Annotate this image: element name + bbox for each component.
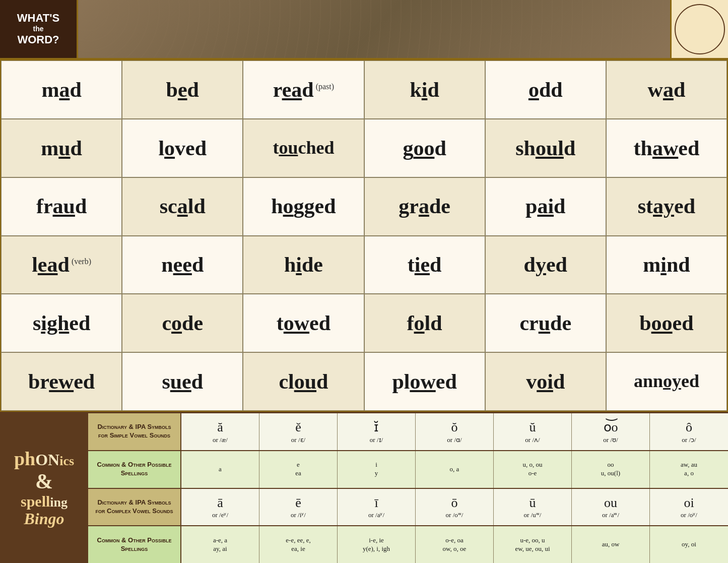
word-text: sued [162, 370, 203, 393]
word-text: scald [160, 195, 206, 218]
word-cell: hide [243, 236, 364, 294]
spelling-value: u-e, oo, u ew, ue, ou, ui [515, 536, 550, 553]
phonics-cell: ō or /oʷ/ [416, 489, 494, 526]
word-suffix: (past) [316, 82, 334, 91]
word-cell: odd [485, 60, 606, 119]
word-text: booed [639, 311, 693, 335]
word-text: wad [648, 78, 686, 101]
phonics-cell: i y [338, 451, 416, 488]
word-cell: sued [122, 352, 243, 411]
phonics-cell: ē or /iʸ/ [259, 489, 338, 526]
word-cell: grade [364, 177, 485, 236]
word-text: mind [643, 253, 690, 276]
word-text: mad [41, 78, 81, 101]
word-text: dyed [524, 253, 567, 276]
word-cell: hogged [243, 177, 364, 236]
word-text: void [526, 370, 565, 393]
spelling-value: u, o, ou o-e [523, 461, 543, 478]
word-cell: should [485, 119, 606, 177]
ph-text: ph [14, 448, 35, 469]
phonics-cells: a-e, a ay, aie-e, ee, e, ea, iei-e, ie y… [181, 526, 728, 563]
ipa-value: or /æ/ [213, 436, 228, 445]
word-cell: brewed [1, 352, 122, 411]
logo-word: WORD? [17, 33, 59, 46]
word-text: bed [166, 78, 199, 101]
phonics-section: phONics & spelling Bingo Dictionary & IP… [0, 412, 728, 563]
word-text: loved [158, 137, 207, 160]
phonics-cell: o, a [416, 451, 494, 488]
word-text: hide [284, 253, 323, 276]
phonics-tables: Dictionary & IPA Symbols for Simple Vowe… [88, 413, 728, 563]
phonics-cells: ă or /æ/ ě or /ɛ/ ɪ̆ or /ɪ/ ŏ or /ɑ/ ŭ o… [181, 413, 728, 450]
game-logo: WHAT'S the WORD? [0, 0, 78, 58]
phonics-row: Common & Other Possible Spellingsa-e, a … [88, 526, 728, 563]
spelling-value: i y [375, 461, 378, 478]
phonics-row-label: Common & Other Possible Spellings [88, 526, 181, 563]
phonics-cell: oi or /oʸ/ [650, 489, 728, 526]
word-cell: fold [364, 294, 485, 352]
word-cell: crude [485, 294, 606, 352]
word-cell: scald [122, 177, 243, 236]
ipa-value: or /ɑ/ [447, 436, 461, 445]
ipa-symbol: ô [682, 419, 696, 436]
phonics-cell: aw, au a, o [650, 451, 728, 488]
ipa-symbol: ē [291, 494, 306, 512]
publisher-badge [670, 0, 728, 58]
ipa-value: or /iʸ/ [291, 511, 306, 520]
phonics-cell: ɪ̆ or /ɪ/ [338, 413, 416, 450]
spelling-value: a [219, 465, 222, 474]
word-cell: good [364, 119, 485, 177]
word-text: code [162, 311, 203, 335]
ipa-symbol: oi [681, 494, 697, 512]
word-text: annoyed [634, 371, 699, 392]
word-cell: tied [364, 236, 485, 294]
word-cell: mind [606, 236, 727, 294]
spelling-value: au, ow [602, 540, 620, 549]
amp-text: & [14, 470, 74, 493]
word-text: kid [410, 78, 439, 101]
word-cell: need [122, 236, 243, 294]
ipa-value: or /oʸ/ [681, 511, 697, 520]
ipa-value: or /ʊ/ [603, 436, 618, 445]
spelling-value: i-e, ie y(e), i, igh [363, 536, 390, 553]
word-cell: stayed [606, 177, 727, 236]
ipa-symbol: ŏ [447, 419, 461, 436]
phonics-cell: ě or /ɛ/ [259, 413, 338, 450]
word-cell: kid [364, 60, 485, 119]
ipa-value: or /oʷ/ [446, 511, 464, 520]
phonics-cell: au, ow [572, 526, 650, 563]
phonics-cell: e ea [259, 451, 338, 488]
spelling-value: o-e, oa ow, o, oe [443, 536, 467, 553]
word-text: plowed [392, 370, 456, 393]
ipa-symbol: ă [213, 419, 228, 436]
word-text: crude [519, 311, 571, 335]
ipa-value: or /ʌ/ [525, 436, 540, 445]
word-cell: plowed [364, 352, 485, 411]
word-cell: void [485, 352, 606, 411]
word-cell: read(past) [243, 60, 364, 119]
spelling-value: e-e, ee, e, ea, ie [286, 536, 310, 553]
phonics-cell: ŭ or /ʌ/ [494, 413, 572, 450]
word-text: fold [407, 311, 442, 335]
word-text: good [403, 137, 446, 160]
ipa-symbol: ŭ [525, 419, 540, 436]
word-cell: lead(verb) [1, 236, 122, 294]
header: WHAT'S the WORD? [0, 0, 728, 59]
word-text: odd [528, 78, 563, 101]
phonics-cell: o͝o or /ʊ/ [572, 413, 650, 450]
word-text: tied [408, 253, 442, 276]
phonics-cell: e-e, ee, e, ea, ie [259, 526, 338, 563]
word-cell: towed [243, 294, 364, 352]
word-cell: bed [122, 60, 243, 119]
ipa-symbol: ū [524, 494, 542, 512]
ing-text: ing [50, 495, 68, 510]
spelling-value: oy, oi [682, 540, 696, 549]
word-text: fraud [36, 195, 87, 218]
word-suffix: (verb) [72, 257, 91, 266]
phonics-row-label: Common & Other Possible Spellings [88, 451, 181, 488]
word-text: hogged [271, 195, 336, 218]
word-cell: annoyed [606, 352, 727, 411]
bingo-text: Bingo [14, 510, 74, 528]
word-text: need [161, 253, 204, 276]
phonics-row: Dictionary & IPA Symbols for Complex Vow… [88, 489, 728, 527]
